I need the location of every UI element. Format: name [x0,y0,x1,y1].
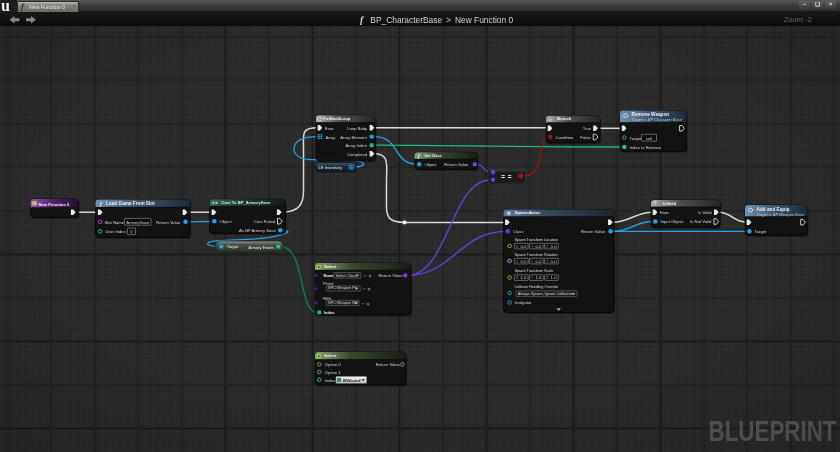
svg-text:1.0: 1.0 [520,275,527,280]
svg-text:Return Value: Return Value [376,362,401,367]
svg-text:ForEachLoop: ForEachLoop [323,116,350,121]
svg-text:False: False [580,135,591,140]
svg-text:New Function 0: New Function 0 [39,202,71,207]
svg-text:Y: Y [531,244,534,249]
svg-text:Instigator: Instigator [514,300,532,305]
svg-text:Slot Name: Slot Name [105,220,125,225]
svg-text:BPC:Weapon Rifl: BPC:Weapon Rifl [328,301,358,305]
svg-text:Select Class: Select Class [336,273,358,278]
svg-text:SpawnActor: SpawnActor [515,210,541,215]
svg-text:Always Spawn, Ignore Collision: Always Spawn, Ignore Collisions [518,292,573,296]
svg-text:Return Value: Return Value [379,273,404,278]
svg-text:BLUEPRINT: BLUEPRINT [709,415,837,447]
svg-text:Y: Y [531,259,534,264]
svg-text:IsValid: IsValid [663,201,677,206]
svg-text:self: self [646,136,653,141]
svg-text:Option 0: Option 0 [325,362,342,367]
svg-text:= =: = = [501,173,511,180]
svg-text:Array Element: Array Element [340,135,367,140]
svg-text:Array: Array [325,135,336,140]
svg-text:Spawn Transform Location: Spawn Transform Location [514,237,557,242]
svg-text:Completed: Completed [347,152,368,157]
svg-text:◉: ◉ [369,274,372,278]
svg-text:Exec: Exec [325,126,334,131]
svg-text:Spawn Transform Scale: Spawn Transform Scale [514,268,553,273]
svg-text:Z: Z [546,244,549,249]
svg-text:Armory Enum: Armory Enum [248,245,274,250]
svg-text:Load Game From Slot: Load Game From Slot [106,201,155,206]
svg-text:0.0: 0.0 [551,259,558,264]
svg-text:ArmorySave: ArmorySave [126,220,150,225]
svg-text:Target is BP Character Base: Target is BP Character Base [632,117,683,122]
svg-text:↩: ↩ [364,274,367,278]
svg-text:Target: Target [630,136,642,141]
svg-text:Array Index: Array Index [345,143,367,148]
svg-text:0.0: 0.0 [520,259,527,264]
svg-text:User Index: User Index [106,229,127,234]
svg-text:?: ? [653,200,657,206]
svg-text:Z: Z [546,275,549,280]
svg-text:Select: Select [324,264,337,269]
svg-text:0.0: 0.0 [551,244,558,249]
svg-text:X: X [516,275,519,280]
svg-text:1.0: 1.0 [551,275,558,280]
svg-text:LE Inventory: LE Inventory [319,165,343,170]
svg-text:0.0: 0.0 [536,259,543,264]
svg-text:Target: Target [227,244,239,249]
svg-text:Index: Index [324,310,335,315]
svg-text:Is Not Valid: Is Not Valid [690,219,712,224]
svg-text:Return Value: Return Value [156,220,181,225]
svg-text:X: X [516,259,519,264]
svg-text:Is Valid: Is Valid [698,210,712,215]
svg-text:Condition: Condition [556,135,574,140]
svg-text:Cast Failed: Cast Failed [254,219,276,224]
svg-text:Z: Z [546,259,549,264]
svg-text:Class: Class [513,229,523,234]
svg-text:Rifle: Rifle [323,296,332,301]
svg-text:↩: ↩ [363,287,366,291]
svg-text:0.0: 0.0 [520,244,527,249]
svg-text:Loop Body: Loop Body [347,126,368,131]
svg-text:As BP Armory Save: As BP Armory Save [239,228,276,233]
svg-text:X: X [516,244,519,249]
svg-text:BPC:Weapon Pis: BPC:Weapon Pis [328,286,357,290]
svg-text:Return Value: Return Value [581,229,606,234]
svg-text:Y: Y [531,275,534,280]
svg-text:Object: Object [220,219,233,224]
svg-text:Index: Index [325,378,336,383]
svg-text:Branch: Branch [557,116,572,121]
svg-text:Exec: Exec [660,210,669,215]
svg-text:Input Object: Input Object [661,219,684,224]
svg-text:Spawn Transform Rotation: Spawn Transform Rotation [514,252,557,257]
svg-text:◉: ◉ [367,302,370,306]
svg-text:Object: Object [424,162,437,167]
svg-text:Get Class: Get Class [425,154,442,158]
svg-text:↩: ↩ [362,302,365,306]
svg-text:Wildcard: Wildcard [343,378,361,383]
svg-text:Return Value: Return Value [444,162,469,167]
svg-text:Cast To BP_ArmorySave: Cast To BP_ArmorySave [222,200,272,205]
svg-text:Index to Remove: Index to Remove [630,145,662,150]
svg-text:None: None [324,273,335,278]
svg-text:0.0: 0.0 [536,244,543,249]
svg-text:Target: Target [755,229,767,234]
svg-text:1.0: 1.0 [536,275,543,280]
svg-text:True: True [583,126,592,131]
svg-text:Collision Handling Override: Collision Handling Override [514,284,558,289]
svg-text:◉: ◉ [368,287,371,291]
svg-text:Select: Select [324,353,337,358]
svg-text:Option 1: Option 1 [325,370,342,375]
svg-text:Target is BP Weapon Base: Target is BP Weapon Base [757,212,805,217]
